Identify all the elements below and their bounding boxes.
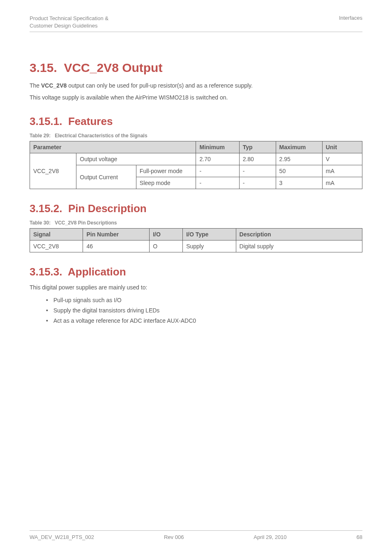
cell: Sleep mode <box>136 177 196 189</box>
footer-page: 68 <box>357 534 362 540</box>
header-right: Interfaces <box>339 15 362 21</box>
th-signal: Signal <box>30 229 83 240</box>
doc-title-line1: Product Technical Specification & <box>30 15 108 22</box>
list-item: Act as a voltage reference for ADC inter… <box>46 316 362 326</box>
bold-vcc: VCC_2V8 <box>41 82 67 89</box>
heading-3-15-1: 3.15.1. Features <box>30 115 362 128</box>
cell: 2.95 <box>276 153 322 165</box>
cell: 46 <box>83 240 150 252</box>
heading-text: Application <box>68 266 126 278</box>
th-io: I/O <box>150 229 183 240</box>
table-30-caption: Table 30: VCC_2V8 Pin Descriptions <box>30 220 362 226</box>
cell: VCC_2V8 <box>30 240 83 252</box>
caption-label: Table 30: <box>30 220 51 226</box>
footer-rev: Rev 006 <box>164 534 184 540</box>
cell: Output voltage <box>76 153 196 165</box>
cell: mA <box>322 177 362 189</box>
th-desc: Description <box>236 229 362 240</box>
cell: - <box>239 177 276 189</box>
table-30: Signal Pin Number I/O I/O Type Descripti… <box>30 228 362 252</box>
text: output can only be used for pull-up resi… <box>67 82 253 89</box>
text: The <box>30 82 41 89</box>
heading-number: 3.15.1. <box>30 115 62 127</box>
heading-3-15: 3.15. VCC_2V8 Output <box>30 61 362 75</box>
page-footer: WA_DEV_W218_PTS_002 Rev 006 April 29, 20… <box>30 530 362 540</box>
cell: mA <box>322 165 362 177</box>
th-minimum: Minimum <box>196 141 239 153</box>
cell: - <box>196 165 239 177</box>
cell: Output Current <box>76 165 136 189</box>
th-typ: Typ <box>239 141 276 153</box>
caption-label: Table 29: <box>30 133 51 139</box>
footer-date: April 29, 2010 <box>254 534 286 540</box>
footer-doc-id: WA_DEV_W218_PTS_002 <box>30 534 94 540</box>
para-3-15-2: This voltage supply is available when th… <box>30 93 362 102</box>
footer-divider <box>30 530 362 531</box>
list-item: Pull-up signals such as I/O <box>46 295 362 305</box>
table-row: Parameter Minimum Typ Maximum Unit <box>30 141 362 153</box>
heading-text: Features <box>68 115 113 127</box>
header-left: Product Technical Specification & Custom… <box>30 15 108 29</box>
table-row: Signal Pin Number I/O I/O Type Descripti… <box>30 229 362 240</box>
cell: 3 <box>276 177 322 189</box>
heading-text: Pin Description <box>68 202 147 215</box>
table-29: Parameter Minimum Typ Maximum Unit VCC_2… <box>30 141 362 189</box>
th-maximum: Maximum <box>276 141 322 153</box>
th-parameter: Parameter <box>30 141 196 153</box>
application-list: Pull-up signals such as I/O Supply the d… <box>30 295 362 326</box>
cell: 2.80 <box>239 153 276 165</box>
cell: 50 <box>276 165 322 177</box>
header-divider <box>30 32 362 32</box>
table-row: Output Current Full-power mode - - 50 mA <box>30 165 362 177</box>
cell: O <box>150 240 183 252</box>
cell: V <box>322 153 362 165</box>
cell: Supply <box>183 240 236 252</box>
heading-3-15-2: 3.15.2. Pin Description <box>30 202 362 215</box>
heading-text: VCC_2V8 Output <box>64 61 162 74</box>
cell: Full-power mode <box>136 165 196 177</box>
list-item: Supply the digital transistors driving L… <box>46 305 362 316</box>
heading-3-15-3: 3.15.3. Application <box>30 266 362 278</box>
application-intro: This digital power supplies are mainly u… <box>30 283 362 292</box>
page-header: Product Technical Specification & Custom… <box>30 0 362 29</box>
footer-row: WA_DEV_W218_PTS_002 Rev 006 April 29, 20… <box>30 534 362 540</box>
caption-text: Electrical Characteristics of the Signal… <box>55 133 147 139</box>
th-iotype: I/O Type <box>183 229 236 240</box>
cell: 2.70 <box>196 153 239 165</box>
doc-title-line2: Customer Design Guidelines <box>30 22 108 30</box>
heading-number: 3.15. <box>30 61 57 74</box>
cell: - <box>196 177 239 189</box>
table-row: VCC_2V8 Output voltage 2.70 2.80 2.95 V <box>30 153 362 165</box>
cell: VCC_2V8 <box>30 153 76 189</box>
heading-number: 3.15.2. <box>30 202 62 215</box>
cell: - <box>239 165 276 177</box>
caption-text: VCC_2V8 Pin Descriptions <box>55 220 117 226</box>
th-pin: Pin Number <box>83 229 150 240</box>
th-unit: Unit <box>322 141 362 153</box>
table-29-caption: Table 29: Electrical Characteristics of … <box>30 133 362 139</box>
para-3-15-1: The VCC_2V8 output can only be used for … <box>30 81 362 90</box>
heading-number: 3.15.3. <box>30 266 62 278</box>
table-row: VCC_2V8 46 O Supply Digital supply <box>30 240 362 252</box>
cell: Digital supply <box>236 240 362 252</box>
